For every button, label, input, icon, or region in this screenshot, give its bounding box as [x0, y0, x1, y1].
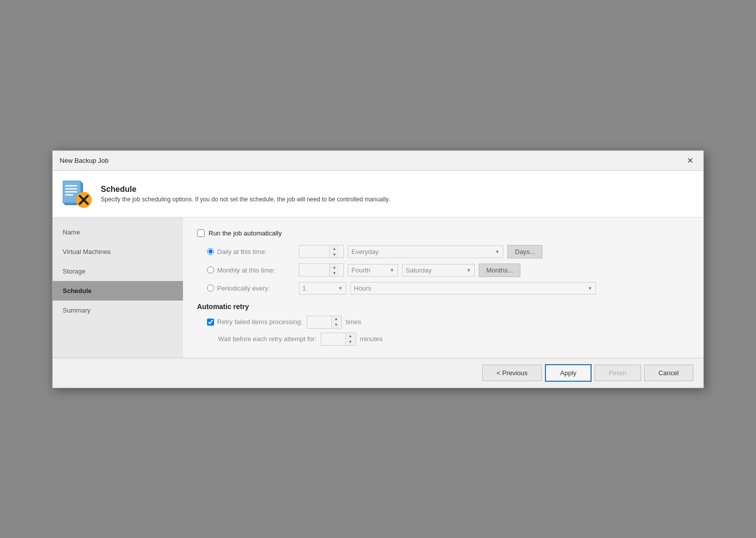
hours-dropdown[interactable]: Hours ▼: [350, 282, 596, 295]
retry-failed-label[interactable]: Retry failed items processing:: [207, 318, 303, 326]
cancel-button[interactable]: Cancel: [644, 365, 693, 381]
retry-count-input[interactable]: 3 ▲ ▼: [307, 316, 342, 329]
daily-radio[interactable]: [207, 248, 214, 255]
dialog: New Backup Job ✕ Schedule: [52, 150, 704, 388]
monthly-radio[interactable]: [207, 266, 214, 274]
monthly-time-field[interactable]: 22:00: [299, 264, 329, 276]
daily-time-input[interactable]: 22:00 ▲ ▼: [299, 245, 344, 258]
window-title: New Backup Job: [60, 157, 109, 164]
finish-button[interactable]: Finish: [595, 365, 641, 381]
schedule-options: Daily at this time: 22:00 ▲ ▼ Everyday ▼…: [207, 245, 689, 295]
fourth-dropdown[interactable]: Fourth ▼: [348, 264, 398, 277]
sidebar-item-summary[interactable]: Summary: [53, 301, 183, 320]
main-content: Name Virtual Machines Storage Schedule S…: [53, 217, 703, 358]
daily-radio-label[interactable]: Daily at this time:: [207, 248, 295, 255]
wait-time-spinners: ▲ ▼: [345, 333, 355, 345]
wait-retry-label: Wait before each retry attempt for:: [207, 335, 317, 343]
months-button[interactable]: Months...: [479, 263, 520, 277]
wait-time-field[interactable]: 10: [321, 333, 345, 345]
header-text: Schedule Specify the job scheduling opti…: [101, 185, 390, 203]
days-button[interactable]: Days...: [507, 245, 542, 258]
retry-section-title: Automatic retry: [197, 303, 689, 311]
sidebar: Name Virtual Machines Storage Schedule S…: [53, 217, 183, 358]
content-area: Run the job automatically Daily at this …: [183, 217, 703, 358]
monthly-time-spinners: ▲ ▼: [329, 264, 339, 276]
monthly-row: Monthly at this time: 22:00 ▲ ▼ Fourth ▼: [207, 263, 689, 277]
periodic-value-chevron: ▼: [338, 286, 343, 291]
everyday-chevron: ▼: [495, 249, 500, 254]
sidebar-item-virtual-machines[interactable]: Virtual Machines: [53, 242, 183, 261]
sidebar-item-storage[interactable]: Storage: [53, 261, 183, 281]
retry-failed-row: Retry failed items processing: 3 ▲ ▼ tim…: [207, 316, 689, 329]
monthly-time-down[interactable]: ▼: [330, 270, 339, 276]
everyday-dropdown[interactable]: Everyday ▼: [348, 245, 503, 258]
app-icon: [63, 179, 93, 209]
monthly-radio-label[interactable]: Monthly at this time:: [207, 266, 295, 274]
wait-unit: minutes: [360, 335, 383, 343]
sidebar-item-name[interactable]: Name: [53, 222, 183, 242]
hours-chevron: ▼: [588, 286, 593, 291]
wait-time-input[interactable]: 10 ▲ ▼: [321, 333, 356, 346]
retry-count-spinners: ▲ ▼: [331, 316, 341, 328]
daily-time-down[interactable]: ▼: [330, 251, 339, 257]
apply-button[interactable]: Apply: [545, 364, 592, 382]
daily-time-up[interactable]: ▲: [330, 245, 339, 251]
wait-retry-row: Wait before each retry attempt for: 10 ▲…: [207, 333, 689, 346]
retry-count-up[interactable]: ▲: [332, 316, 341, 322]
monthly-time-up[interactable]: ▲: [330, 264, 339, 270]
page-description: Specify the job scheduling options. If y…: [101, 196, 390, 203]
close-button[interactable]: ✕: [684, 155, 696, 166]
retry-count-field[interactable]: 3: [307, 316, 331, 328]
run-auto-label[interactable]: Run the job automatically: [197, 229, 282, 237]
retry-failed-checkbox[interactable]: [207, 319, 214, 326]
periodic-radio[interactable]: [207, 285, 214, 292]
daily-time-field[interactable]: 22:00: [299, 246, 329, 257]
periodic-radio-label[interactable]: Periodically every:: [207, 285, 295, 292]
periodic-value-dropdown[interactable]: 1 ▼: [299, 282, 346, 295]
previous-button[interactable]: < Previous: [482, 365, 542, 381]
saturday-dropdown[interactable]: Saturday ▼: [402, 264, 475, 277]
sidebar-item-schedule[interactable]: Schedule: [53, 281, 183, 301]
page-title: Schedule: [101, 185, 390, 194]
run-auto-checkbox[interactable]: [197, 229, 205, 237]
daily-time-spinners: ▲ ▼: [329, 245, 339, 257]
run-auto-row: Run the job automatically: [197, 229, 689, 237]
retry-section: Retry failed items processing: 3 ▲ ▼ tim…: [207, 316, 689, 346]
title-bar: New Backup Job ✕: [53, 151, 703, 171]
saturday-chevron: ▼: [466, 267, 471, 273]
daily-row: Daily at this time: 22:00 ▲ ▼ Everyday ▼…: [207, 245, 689, 258]
monthly-time-input[interactable]: 22:00 ▲ ▼: [299, 263, 344, 277]
header-section: Schedule Specify the job scheduling opti…: [53, 171, 703, 217]
retry-unit: times: [346, 318, 361, 326]
wait-time-up[interactable]: ▲: [346, 333, 355, 339]
fourth-chevron: ▼: [390, 267, 395, 273]
periodic-row: Periodically every: 1 ▼ Hours ▼: [207, 282, 689, 295]
wait-time-down[interactable]: ▼: [346, 339, 355, 345]
retry-count-down[interactable]: ▼: [332, 322, 341, 328]
footer: < Previous Apply Finish Cancel: [53, 358, 703, 388]
